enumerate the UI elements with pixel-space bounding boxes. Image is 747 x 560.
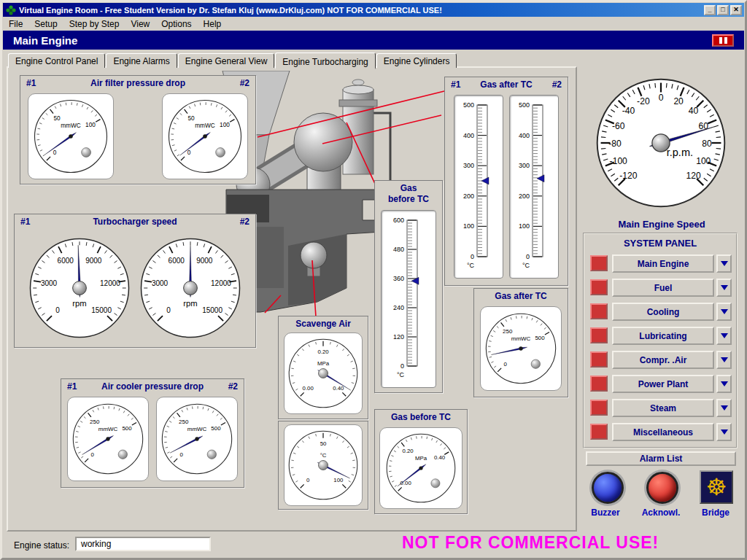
panel-title-line2: before TC: [375, 194, 442, 204]
tag-2: #2: [240, 78, 249, 88]
gauge-box: 0250500mmWC: [156, 397, 238, 481]
acknowledge-label: Acknowl.: [635, 508, 686, 518]
bridge-label: Bridge: [690, 508, 741, 518]
system-dropdown-lubricating[interactable]: [716, 327, 732, 345]
panel-title: Gas after TC: [445, 79, 568, 90]
system-dropdown-steam[interactable]: [716, 399, 732, 417]
system-button-power-plant[interactable]: Power Plant: [612, 375, 714, 393]
svg-text:100: 100: [220, 122, 230, 128]
air-filter-1-gauge: 050100mmWC: [31, 96, 111, 176]
svg-text:3000: 3000: [41, 279, 58, 287]
menu-help[interactable]: Help: [198, 18, 228, 31]
acknowledge-button[interactable]: [646, 472, 678, 504]
tab-engine-turbocharging[interactable]: Engine Turbocharging: [275, 52, 375, 69]
svg-text:500: 500: [122, 425, 132, 432]
svg-text:0: 0: [187, 149, 191, 156]
buzzer-button[interactable]: [592, 472, 624, 504]
svg-text:100: 100: [519, 222, 530, 230]
menu-options[interactable]: Options: [155, 18, 197, 31]
svg-text:mmWC: mmWC: [195, 122, 215, 129]
alarm-lamp: [590, 351, 608, 368]
pause-button[interactable]: [712, 34, 734, 47]
svg-text:mmWC: mmWC: [187, 426, 207, 432]
system-button-compr-air[interactable]: Compr. .Air: [612, 351, 714, 369]
tab-engine-cylinders[interactable]: Engine Cylinders: [376, 53, 457, 68]
gauge-box: 0.000.200.40MPa: [379, 427, 462, 509]
system-button-miscellaneous[interactable]: Miscellaneous: [612, 423, 714, 441]
app-logo-icon: [6, 5, 16, 15]
svg-text:rpm: rpm: [72, 299, 86, 308]
system-button-main-engine[interactable]: Main Engine: [612, 254, 714, 273]
svg-text:500: 500: [535, 335, 545, 341]
gauge-box: 0.000.200.40MPa: [284, 332, 363, 414]
menu-step-by-step[interactable]: Step by Step: [63, 18, 125, 31]
maximize-button[interactable]: □: [717, 5, 729, 15]
gauge-box: 5004003002001000°C: [454, 95, 503, 279]
pause-icon: [719, 37, 722, 44]
svg-text:-80: -80: [608, 139, 622, 149]
close-button[interactable]: ✕: [730, 5, 742, 15]
system-panel-title: SYSTEM PANEL: [584, 238, 736, 249]
air-cooler-1-gauge: 0250500mmWC: [69, 400, 147, 478]
menu-file[interactable]: File: [3, 18, 28, 31]
chevron-down-icon: [721, 261, 728, 266]
svg-text:0.00: 0.00: [400, 480, 412, 486]
system-button-cooling[interactable]: Cooling: [612, 303, 714, 321]
turbocharging-page: #1 Air filter pressure drop #2 050100mmW…: [7, 66, 577, 532]
system-row: Power Plant: [584, 373, 736, 395]
svg-text:-60: -60: [612, 121, 625, 131]
gas-before-tc-vertical-gauge: 6004803602401200°C: [385, 213, 432, 385]
system-dropdown-miscellaneous[interactable]: [716, 423, 732, 441]
svg-text:250: 250: [503, 328, 513, 335]
svg-text:15000: 15000: [91, 306, 112, 314]
system-dropdown-cooling[interactable]: [716, 303, 732, 321]
tab-engine-control-panel[interactable]: Engine Control Panel: [8, 53, 105, 68]
system-dropdown-compr-air[interactable]: [716, 351, 732, 369]
chevron-down-icon: [721, 357, 728, 362]
system-button-steam[interactable]: Steam: [612, 399, 714, 417]
svg-text:120: 120: [686, 171, 700, 181]
panel-title: Gas after TC: [474, 291, 568, 301]
menu-setup[interactable]: Setup: [28, 18, 63, 31]
engine-status-field[interactable]: working: [75, 537, 211, 551]
svg-text:rpm: rpm: [183, 299, 197, 308]
gauge-box: 0250500mmWC: [67, 397, 149, 481]
gauge-box: 6004803602401200°C: [381, 210, 436, 388]
alarm-lamp: [590, 400, 608, 416]
system-row: Main Engine: [584, 253, 736, 275]
bridge-button[interactable]: ☸: [700, 470, 733, 504]
system-dropdown-main-engine[interactable]: [716, 254, 732, 273]
system-dropdown-fuel[interactable]: [716, 279, 732, 297]
tag-2: #2: [240, 217, 249, 227]
alarm-list-button[interactable]: Alarm List: [586, 451, 736, 466]
svg-text:500: 500: [463, 101, 474, 109]
svg-text:°C: °C: [320, 452, 327, 459]
minimize-button[interactable]: _: [704, 5, 716, 15]
svg-text:0: 0: [55, 306, 60, 314]
svg-text:100: 100: [85, 122, 96, 128]
gas-before-tc-pressure-gauge: 0.000.200.40MPa: [383, 430, 459, 506]
svg-text:240: 240: [393, 304, 404, 311]
system-button-fuel[interactable]: Fuel: [612, 279, 714, 297]
svg-text:50: 50: [320, 440, 327, 447]
panel-title-line1: Gas: [375, 183, 442, 193]
svg-text:9000: 9000: [196, 257, 213, 265]
titlebar: Virtual Engine Room - Free Student Versi…: [3, 3, 744, 17]
panel-title: Air filter pressure drop: [20, 78, 255, 88]
menu-view[interactable]: View: [125, 18, 155, 31]
tab-engine-general-view[interactable]: Engine General View: [178, 53, 275, 68]
system-dropdown-power-plant[interactable]: [716, 375, 732, 393]
system-button-lubricating[interactable]: Lubricating: [612, 327, 714, 345]
svg-text:500: 500: [211, 425, 221, 432]
main-engine-speed-gauge: -120-100-80-60-40-20020406080100120r.p.m…: [590, 72, 732, 214]
chevron-down-icon: [721, 429, 728, 435]
svg-text:0: 0: [471, 253, 474, 260]
svg-text:0.20: 0.20: [402, 448, 414, 454]
chevron-down-icon: [721, 333, 728, 338]
panel-title: Air cooler pressure drop: [61, 381, 244, 392]
svg-text:-20: -20: [637, 96, 650, 106]
chevron-down-icon: [721, 285, 728, 290]
alarm-lamp: [590, 303, 608, 319]
tab-engine-alarms[interactable]: Engine Alarms: [106, 53, 177, 68]
air-filter-2-gauge: 050100mmWC: [165, 96, 245, 176]
